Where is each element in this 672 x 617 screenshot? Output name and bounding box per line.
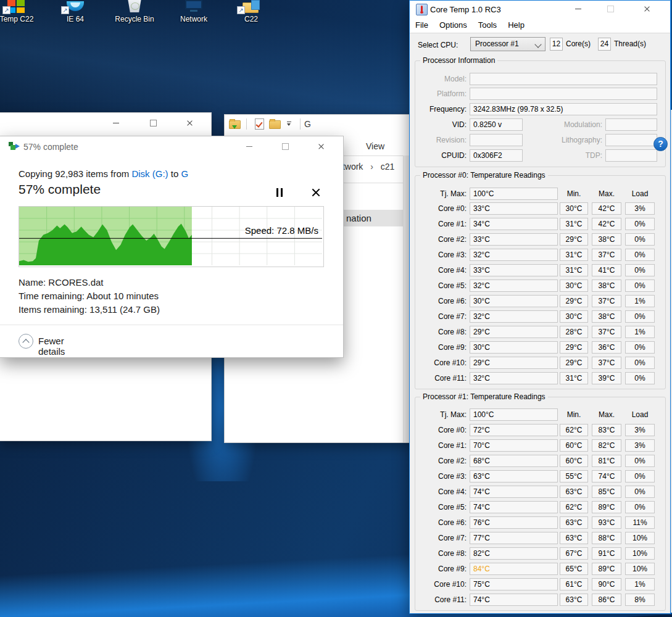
shortcut-arrow-icon: ↗	[61, 6, 69, 14]
qat-customize-chevron-icon[interactable]	[287, 122, 291, 126]
model-label: Model:	[410, 73, 467, 85]
core-min-field: 67°C	[560, 547, 588, 560]
core-min-field: 29°C	[560, 295, 588, 307]
minimize-icon[interactable]	[246, 146, 252, 147]
maximize-icon[interactable]	[607, 6, 614, 12]
core-load-field: 0%	[625, 455, 655, 467]
desktop-icon-label: Temp C22	[0, 15, 46, 23]
core-load-field: 0%	[625, 310, 655, 323]
core-max-field: 89°C	[592, 501, 621, 513]
core-max-field: 38°C	[592, 310, 621, 323]
copy-dialog-titlebar[interactable]: 57% complete	[0, 136, 343, 156]
file-name-line: Name: RCORES.dat	[19, 276, 160, 289]
copy-status-text: to	[168, 168, 181, 179]
source-link[interactable]: Disk (G:)	[131, 168, 168, 179]
core-temp-field: 76°C	[470, 516, 558, 529]
vid-label: VID:	[410, 118, 467, 131]
shortcut-arrow-icon: ↗	[237, 6, 245, 14]
modulation-label: Modulation:	[541, 118, 602, 131]
core-temp-field: 84°C	[470, 563, 558, 575]
core-min-field: 30°C	[560, 310, 588, 323]
desktop-icon-temp-c22[interactable]: ↗Temp C22	[0, 0, 46, 23]
core-temp-field: 29°C	[470, 326, 558, 338]
core-row-label: Core #7:	[410, 532, 467, 544]
desktop-icon-label: C22	[222, 15, 281, 23]
core-row-label: Core #11:	[410, 594, 467, 606]
qat-newfolder-icon[interactable]	[269, 120, 281, 129]
core-max-field: 81°C	[592, 455, 621, 467]
help-button[interactable]: ?	[653, 137, 668, 151]
pause-icon[interactable]	[276, 188, 283, 197]
proc0-group-title: Processor #0: Temperature Readings	[420, 171, 548, 180]
core-row-label: Core #4:	[410, 264, 467, 276]
core-load-field: 1%	[625, 326, 655, 338]
minimize-icon[interactable]	[113, 123, 119, 123]
core-row-label: Core #2:	[410, 455, 467, 467]
desktop-icon-network[interactable]: Network	[164, 0, 223, 23]
selected-file-label: nation	[346, 213, 371, 223]
menu-item-help[interactable]: Help	[502, 17, 530, 30]
chevron-down-icon	[534, 41, 541, 48]
core-temp-field: 70°C	[470, 439, 558, 452]
cores-count-box: 12	[550, 38, 563, 51]
core-temp-field: 77°C	[470, 532, 558, 544]
desktop-icon-c22[interactable]: ↗C22	[222, 0, 281, 23]
breadcrumb[interactable]: letwork › c21	[336, 162, 394, 172]
core-load-field: 0%	[625, 218, 655, 230]
core-min-field: 31°C	[560, 372, 588, 384]
network-icon	[181, 0, 206, 14]
core-row-label: Core #6:	[410, 295, 467, 307]
desktop-icon-label: Recycle Bin	[105, 15, 164, 23]
breadcrumb-segment[interactable]: c21	[381, 162, 395, 172]
maximize-icon[interactable]	[150, 120, 157, 126]
core-load-field: 10%	[625, 563, 655, 575]
tab-view[interactable]: View	[366, 141, 384, 151]
core-load-field: 0%	[625, 249, 655, 261]
maximize-icon[interactable]	[282, 143, 289, 150]
core-load-field: 0%	[625, 470, 655, 482]
platform-field	[470, 88, 657, 100]
core-load-field: 3%	[625, 202, 655, 215]
frequency-field: 3242.83MHz (99.78 x 32.5)	[470, 103, 657, 115]
core-load-field: 0%	[625, 341, 655, 354]
close-icon[interactable]	[186, 120, 193, 126]
qat-properties-icon[interactable]	[255, 118, 264, 130]
core-row-label: Core #9:	[410, 563, 467, 575]
core-load-field: 3%	[625, 439, 655, 452]
core-temp-field: 30°C	[470, 295, 558, 307]
minimize-icon[interactable]	[575, 9, 581, 9]
menu-item-tools[interactable]: Tools	[473, 17, 502, 30]
core-load-field: 11%	[625, 516, 655, 529]
core-row-label: Core #1:	[410, 439, 467, 452]
core-temp-field: 34°C	[470, 218, 558, 230]
core-temp-field: 32°C	[470, 372, 558, 384]
menu-item-options[interactable]: Options	[434, 17, 473, 30]
shortcut-arrow-icon: ↗	[2, 6, 10, 14]
threads-label: Thread(s)	[614, 39, 646, 48]
desktop-icon-ie-64[interactable]: ↗IE 64	[46, 0, 105, 23]
core-max-field: 42°C	[592, 202, 621, 215]
qat-extract-arrow-icon	[232, 125, 237, 129]
core-temp-field: 74°C	[470, 594, 558, 606]
core-min-field: 63°C	[560, 516, 588, 529]
load-column-header: Load	[625, 188, 655, 200]
close-icon[interactable]	[644, 6, 650, 12]
cancel-icon[interactable]	[312, 188, 320, 197]
cpu-select-dropdown[interactable]: Processor #1	[470, 37, 545, 51]
core-row-label: Core #8:	[410, 547, 467, 560]
core-load-field: 0%	[625, 357, 655, 369]
destination-link[interactable]: G	[181, 168, 188, 179]
internet-explorer-icon: ↗	[63, 0, 88, 14]
fewer-details-label: Fewer details	[38, 336, 65, 357]
core-temp-field: 72°C	[470, 424, 558, 436]
divider	[0, 325, 343, 325]
core-temp-field: 30°C	[470, 341, 558, 354]
close-icon[interactable]	[318, 143, 325, 150]
coretemp-titlebar[interactable]: Core Temp 1.0 RC3	[410, 1, 670, 17]
core-min-field: 60°C	[560, 455, 588, 467]
platform-label: Platform:	[410, 88, 467, 100]
menu-item-file[interactable]: File	[410, 17, 434, 30]
core-row-label: Core #10:	[410, 357, 467, 369]
desktop-icon-recycle-bin[interactable]: Recycle Bin	[105, 0, 164, 23]
coretemp-menubar: FileOptionsToolsHelp	[410, 17, 670, 33]
